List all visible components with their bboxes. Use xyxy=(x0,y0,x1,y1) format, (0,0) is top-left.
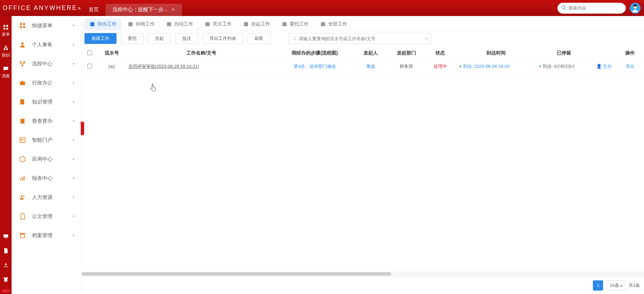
worktab-follow[interactable]: 关注工作 xyxy=(200,18,237,30)
global-search-input[interactable] xyxy=(568,5,626,11)
rail-monitor-icon[interactable] xyxy=(3,230,9,244)
export-list-button[interactable]: 导出工作列表 xyxy=(202,33,243,44)
page-button-1[interactable]: 1 xyxy=(593,280,603,291)
sidebar-item-docs[interactable]: 公文管理 ▾ xyxy=(12,207,81,226)
avatar[interactable] xyxy=(630,3,641,14)
chart-icon xyxy=(18,174,27,182)
svg-rect-13 xyxy=(20,26,22,28)
table-container[interactable]: 流水号 工作名称/文号 我经办的步骤(流程图) 发起人 发起部门 状态 到达时间… xyxy=(82,47,644,272)
all-icon xyxy=(320,21,326,27)
worktab-hold[interactable]: 挂起工作 xyxy=(238,18,275,30)
cell-op-export[interactable]: 导出 xyxy=(626,64,634,69)
rail-pill-icon[interactable] xyxy=(3,287,9,294)
person-icon xyxy=(18,41,27,49)
worktab-done[interactable]: 办结工作 xyxy=(161,18,198,30)
sidebar: 快捷菜单 ▾ 个人事务 ▾ 流程中心 ▾ 行政办公 ▾ 知识管理 ▾ 督查督办 … xyxy=(12,16,82,294)
col-op: 操作 xyxy=(616,47,644,60)
svg-point-16 xyxy=(20,61,22,63)
svg-rect-21 xyxy=(21,118,24,119)
col-step: 我经办的步骤(流程图) xyxy=(277,47,353,60)
svg-rect-35 xyxy=(282,22,287,26)
svg-point-6 xyxy=(5,46,7,47)
filter-input[interactable] xyxy=(299,36,426,41)
svg-rect-24 xyxy=(22,177,23,181)
tab-process-center[interactable]: 流程中心：提醒下一步... ✕ xyxy=(106,4,182,16)
rail-tshirt-icon[interactable] xyxy=(3,273,9,287)
rail-msg[interactable]: 消息 xyxy=(0,63,12,84)
sidebar-item-admin[interactable]: 行政办公 ▾ xyxy=(12,73,81,92)
horizontal-scrollbar[interactable] xyxy=(82,272,644,276)
sidebar-item-label: 档案管理 xyxy=(32,232,73,239)
worktab-pending[interactable]: 待办工作 xyxy=(85,18,121,30)
close-icon[interactable]: ✕ xyxy=(171,7,175,12)
caret-up-icon: ▴ xyxy=(620,283,622,287)
cell-flowno: 241 xyxy=(98,60,126,73)
cell-step-link[interactable]: 第4步：送审部门修改 xyxy=(294,64,336,69)
search-icon xyxy=(561,5,566,11)
left-rail: 菜单 组织 消息 xyxy=(0,16,12,294)
person-icon: 👤 xyxy=(596,64,602,69)
total-prefix: 共 xyxy=(629,283,633,288)
filter-box[interactable]: ▾ xyxy=(288,33,431,44)
table-row[interactable]: 241 合同评审审批(2023-06-28 18:10:21) 第4步：送审部门… xyxy=(82,60,644,73)
sidebar-item-report[interactable]: 报表中心 ▾ xyxy=(12,169,81,188)
new-work-button[interactable]: 新建工作 xyxy=(85,33,117,44)
rail-org[interactable]: 组织 xyxy=(0,42,12,63)
col-stay: 已停留 xyxy=(536,47,592,60)
worktab-label: 待阅工作 xyxy=(136,21,155,27)
col-flowno: 流水号 xyxy=(98,47,126,60)
hold-button[interactable]: 挂起 xyxy=(148,33,171,44)
worktab-label: 待办工作 xyxy=(97,21,117,27)
chevron-down-icon: ▾ xyxy=(73,61,75,66)
sidebar-item-supervise[interactable]: 督查督办 ▾ xyxy=(12,111,81,130)
cell-arrive-time[interactable]: 2023-06-28 18:20: xyxy=(474,64,510,69)
svg-rect-25 xyxy=(24,176,25,180)
chevron-down-icon: ▾ xyxy=(73,119,75,123)
row-checkbox[interactable] xyxy=(87,64,92,68)
svg-rect-7 xyxy=(4,49,5,50)
cell-role[interactable]: 主办 xyxy=(603,64,612,69)
sidebar-item-hr[interactable]: 人力资源 ▾ xyxy=(12,188,81,207)
chevron-down-icon: ▾ xyxy=(73,233,75,238)
sidebar-item-personal[interactable]: 个人事务 ▾ xyxy=(12,35,81,54)
sidebar-item-archive[interactable]: 档案管理 ▾ xyxy=(12,226,81,245)
sidebar-item-appcenter[interactable]: 应用中心 ▾ xyxy=(12,150,81,169)
rail-file-icon[interactable] xyxy=(3,244,9,259)
work-tab-bar: 待办工作 待阅工作 办结工作 关注工作 挂起工作 委托工作 xyxy=(82,16,644,30)
pending-icon xyxy=(89,21,95,27)
global-search[interactable] xyxy=(557,3,626,14)
cell-workname-link[interactable]: 合同评审审批(2023-06-28 18:10:21) xyxy=(128,64,199,69)
sidebar-collapse-handle[interactable] xyxy=(81,122,84,135)
annotate-button[interactable]: 批注 xyxy=(175,33,198,44)
select-all-checkbox[interactable] xyxy=(87,50,92,55)
rail-menu[interactable]: 菜单 xyxy=(0,21,12,42)
sidebar-item-label: 公文管理 xyxy=(32,213,73,220)
worktab-label: 委托工作 xyxy=(290,21,309,27)
sidebar-item-knowledge[interactable]: 知识管理 ▾ xyxy=(12,92,81,111)
cell-stay-text: 0小时2分2 xyxy=(554,64,575,69)
total-suffix: 1条 xyxy=(633,283,640,288)
chevron-down-icon: ▾ xyxy=(73,138,75,142)
svg-rect-19 xyxy=(20,82,25,85)
work-table: 流水号 工作名称/文号 我经办的步骤(流程图) 发起人 发起部门 状态 到达时间… xyxy=(82,47,644,73)
cell-initiator-link[interactable]: 黄盖 xyxy=(366,64,375,69)
sidebar-item-process[interactable]: 流程中心 ▾ xyxy=(12,54,81,73)
sidebar-item-portal[interactable]: 智能门户 ▾ xyxy=(12,130,81,150)
worktab-toread[interactable]: 待阅工作 xyxy=(123,18,160,30)
people-icon xyxy=(18,193,27,201)
sidebar-item-label: 个人事务 xyxy=(32,42,73,48)
refresh-button[interactable]: 刷新 xyxy=(247,33,271,44)
page-size-select[interactable]: 10条 ▴ xyxy=(607,280,625,291)
svg-rect-14 xyxy=(23,26,25,28)
sidebar-item-quick[interactable]: 快捷菜单 ▾ xyxy=(12,16,81,35)
tab-home[interactable]: 首页 xyxy=(82,4,106,16)
action-bar: 新建工作 委托 挂起 批注 导出工作列表 刷新 ▾ xyxy=(82,30,644,47)
worktab-label: 挂起工作 xyxy=(251,21,270,27)
worktab-all[interactable]: 全部工作 xyxy=(315,18,352,30)
delegate-button[interactable]: 委托 xyxy=(121,33,144,44)
chevron-down-icon: ▾ xyxy=(73,195,75,200)
worktab-delegate[interactable]: 委托工作 xyxy=(277,18,314,30)
svg-point-26 xyxy=(21,195,22,197)
rail-download-icon[interactable] xyxy=(3,259,9,273)
chevron-down-icon[interactable]: ▾ xyxy=(426,36,428,41)
